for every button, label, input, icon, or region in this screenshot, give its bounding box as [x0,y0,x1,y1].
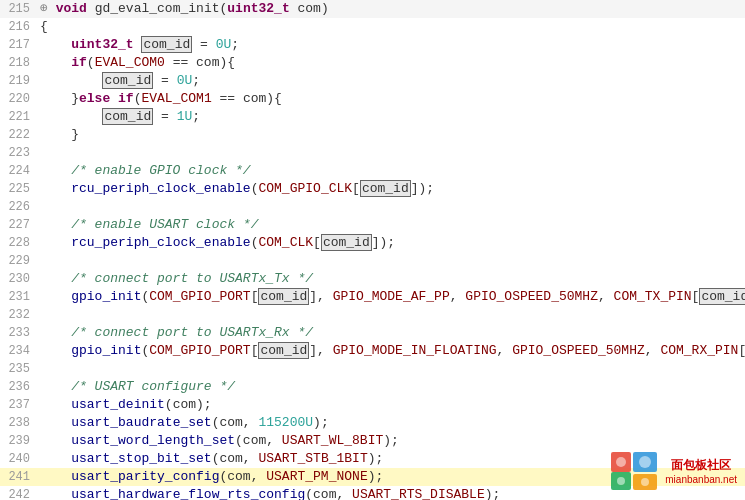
line-number: 215 [4,0,40,18]
line-content: rcu_periph_clock_enable(COM_CLK[com_id])… [40,234,741,252]
table-row: 224 /* enable GPIO clock */ [0,162,745,180]
line-content [40,144,741,162]
line-content: /* connect port to USARTx_Rx */ [40,324,741,342]
line-number: 241 [4,468,40,486]
line-content: }else if(EVAL_COM1 == com){ [40,90,741,108]
table-row: 238 usart_baudrate_set(com, 115200U); [0,414,745,432]
table-row: 218 if(EVAL_COM0 == com){ [0,54,745,72]
line-number: 233 [4,324,40,342]
svg-point-5 [617,477,625,485]
line-number: 216 [4,18,40,36]
table-row: 233 /* connect port to USARTx_Rx */ [0,324,745,342]
line-content: com_id = 1U; [40,108,741,126]
table-row: 217 uint32_t com_id = 0U; [0,36,745,54]
table-row: 239 usart_word_length_set(com, USART_WL_… [0,432,745,450]
line-number: 235 [4,360,40,378]
logo-icon [609,450,659,492]
line-number: 239 [4,432,40,450]
line-number: 217 [4,36,40,54]
line-content: /* connect port to USARTx_Tx */ [40,270,741,288]
line-number: 218 [4,54,40,72]
table-row: 226 [0,198,745,216]
svg-point-6 [639,456,651,468]
line-number: 238 [4,414,40,432]
line-number: 222 [4,126,40,144]
table-row: 230 /* connect port to USARTx_Tx */ [0,270,745,288]
line-content [40,306,741,324]
watermark: 面包板社区 mianbanban.net [609,450,737,492]
table-row: 235 [0,360,745,378]
table-row: 223 [0,144,745,162]
line-number: 242 [4,486,40,500]
line-content: gpio_init(COM_GPIO_PORT[com_id], GPIO_MO… [40,288,745,306]
line-number: 221 [4,108,40,126]
svg-point-4 [616,457,626,467]
line-number: 229 [4,252,40,270]
line-number: 240 [4,450,40,468]
line-number: 224 [4,162,40,180]
line-content: /* enable GPIO clock */ [40,162,741,180]
table-row: 234 gpio_init(COM_GPIO_PORT[com_id], GPI… [0,342,745,360]
line-number: 236 [4,378,40,396]
table-row: 232 [0,306,745,324]
table-row: 236 /* USART configure */ [0,378,745,396]
table-row: 225 rcu_periph_clock_enable(COM_GPIO_CLK… [0,180,745,198]
line-number: 227 [4,216,40,234]
line-content [40,360,741,378]
table-row: 215⊕ void gd_eval_com_init(uint32_t com) [0,0,745,18]
line-number: 219 [4,72,40,90]
table-row: 228 rcu_periph_clock_enable(COM_CLK[com_… [0,234,745,252]
line-content: com_id = 0U; [40,72,741,90]
code-editor: 215⊕ void gd_eval_com_init(uint32_t com)… [0,0,745,500]
code-lines: 215⊕ void gd_eval_com_init(uint32_t com)… [0,0,745,500]
line-number: 231 [4,288,40,306]
line-content: if(EVAL_COM0 == com){ [40,54,741,72]
table-row: 231 gpio_init(COM_GPIO_PORT[com_id], GPI… [0,288,745,306]
line-content: } [40,126,741,144]
line-number: 225 [4,180,40,198]
svg-point-7 [641,478,649,486]
line-content: uint32_t com_id = 0U; [40,36,741,54]
line-number: 228 [4,234,40,252]
line-content: ⊕ void gd_eval_com_init(uint32_t com) [40,0,741,18]
line-number: 237 [4,396,40,414]
table-row: 221 com_id = 1U; [0,108,745,126]
watermark-site-name: 面包板社区 [671,457,731,474]
table-row: 237 usart_deinit(com); [0,396,745,414]
line-content [40,198,741,216]
line-content: rcu_periph_clock_enable(COM_GPIO_CLK[com… [40,180,741,198]
line-content: usart_deinit(com); [40,396,741,414]
line-number: 230 [4,270,40,288]
table-row: 227 /* enable USART clock */ [0,216,745,234]
line-content: /* USART configure */ [40,378,741,396]
table-row: 222 } [0,126,745,144]
table-row: 229 [0,252,745,270]
table-row: 219 com_id = 0U; [0,72,745,90]
line-number: 232 [4,306,40,324]
line-content: usart_baudrate_set(com, 115200U); [40,414,741,432]
line-content: usart_word_length_set(com, USART_WL_8BIT… [40,432,741,450]
table-row: 216{ [0,18,745,36]
line-number: 226 [4,198,40,216]
line-number: 234 [4,342,40,360]
line-number: 223 [4,144,40,162]
line-content: { [40,18,741,36]
line-content: /* enable USART clock */ [40,216,741,234]
line-content [40,252,741,270]
table-row: 220 }else if(EVAL_COM1 == com){ [0,90,745,108]
line-number: 220 [4,90,40,108]
line-content: gpio_init(COM_GPIO_PORT[com_id], GPIO_MO… [40,342,745,360]
watermark-text-block: 面包板社区 mianbanban.net [665,457,737,485]
watermark-site-url: mianbanban.net [665,474,737,485]
